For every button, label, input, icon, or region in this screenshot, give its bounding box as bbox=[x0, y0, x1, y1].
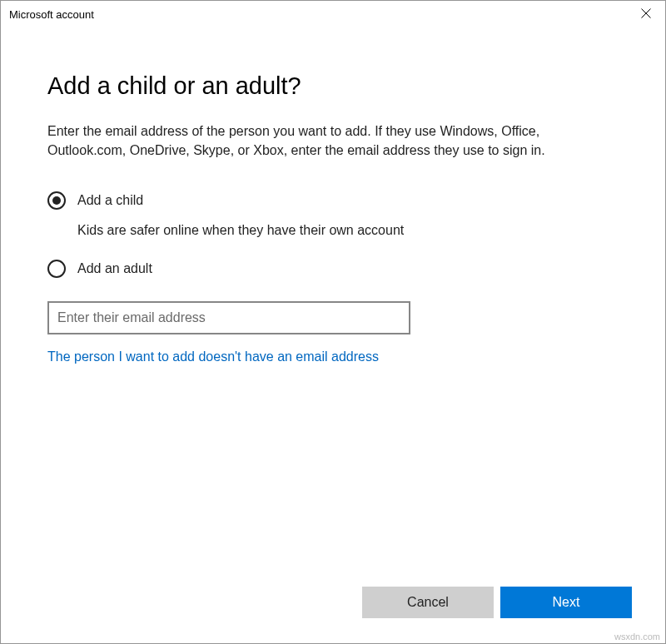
dialog-content: Add a child or an adult? Enter the email… bbox=[1, 27, 665, 643]
radio-add-adult[interactable]: Add an adult bbox=[47, 260, 619, 278]
next-button[interactable]: Next bbox=[500, 587, 632, 618]
person-type-radio-group: Add a child Kids are safer online when t… bbox=[47, 191, 619, 278]
cancel-button[interactable]: Cancel bbox=[362, 587, 494, 618]
radio-selected-dot bbox=[52, 196, 61, 205]
window-title: Microsoft account bbox=[9, 8, 94, 21]
radio-icon bbox=[47, 191, 66, 210]
titlebar: Microsoft account bbox=[1, 1, 665, 27]
no-email-link[interactable]: The person I want to add doesn't have an… bbox=[47, 349, 379, 364]
page-heading: Add a child or an adult? bbox=[47, 72, 619, 100]
intro-text: Enter the email address of the person yo… bbox=[47, 121, 619, 160]
radio-icon bbox=[47, 260, 66, 278]
close-button[interactable] bbox=[627, 1, 665, 27]
radio-child-description: Kids are safer online when they have the… bbox=[77, 223, 619, 238]
radio-label: Add an adult bbox=[77, 261, 152, 276]
dialog-footer: Cancel Next bbox=[362, 587, 632, 618]
radio-add-child[interactable]: Add a child bbox=[47, 191, 619, 210]
email-input[interactable] bbox=[47, 301, 410, 334]
close-icon bbox=[641, 8, 651, 21]
radio-label: Add a child bbox=[77, 193, 143, 208]
dialog-window: Microsoft account Add a child or an adul… bbox=[0, 0, 666, 644]
